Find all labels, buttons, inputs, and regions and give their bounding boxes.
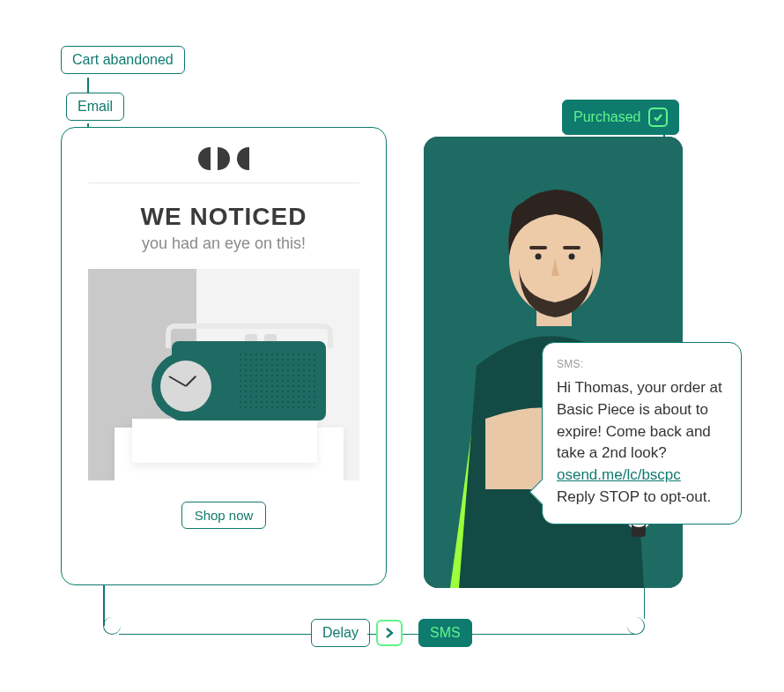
check-icon (648, 108, 668, 127)
connector (119, 634, 312, 636)
purchased-node[interactable]: Purchased (562, 100, 679, 135)
email-preview-card: WE NOTICED you had an eye on this! Shop … (61, 127, 387, 585)
sms-node-label: SMS (430, 625, 461, 641)
brand-logo (198, 147, 249, 170)
arrow-right-icon (376, 620, 403, 646)
trigger-label: Cart abandoned (72, 52, 174, 68)
trigger-node[interactable]: Cart abandoned (61, 46, 185, 74)
sms-node[interactable]: SMS (418, 619, 472, 647)
product-image (88, 269, 359, 480)
connector (644, 588, 646, 619)
svg-rect-5 (529, 246, 547, 249)
connector-corner (103, 617, 121, 635)
connector (403, 634, 418, 636)
email-node-label: Email (78, 99, 113, 115)
email-subline: you had an eye on this! (142, 234, 306, 253)
svg-point-4 (569, 254, 575, 260)
sms-label: SMS: (557, 357, 727, 372)
email-headline: WE NOTICED (141, 203, 307, 231)
email-node[interactable]: Email (66, 93, 124, 121)
delay-label: Delay (322, 625, 359, 641)
divider (88, 182, 359, 183)
shop-now-button[interactable]: Shop now (181, 502, 267, 529)
sms-body: Hi Thomas, your order at Basic Piece is … (557, 377, 727, 508)
sms-preview-bubble: SMS: Hi Thomas, your order at Basic Piec… (542, 342, 742, 525)
svg-rect-6 (563, 246, 581, 249)
connector (87, 78, 89, 93)
connector-corner (627, 617, 645, 635)
svg-point-3 (536, 254, 542, 260)
purchased-label: Purchased (573, 109, 641, 125)
delay-node[interactable]: Delay (311, 619, 370, 647)
sms-link[interactable]: osend.me/lc/bscpc (557, 466, 681, 483)
connector (467, 634, 634, 636)
connector (367, 634, 376, 636)
